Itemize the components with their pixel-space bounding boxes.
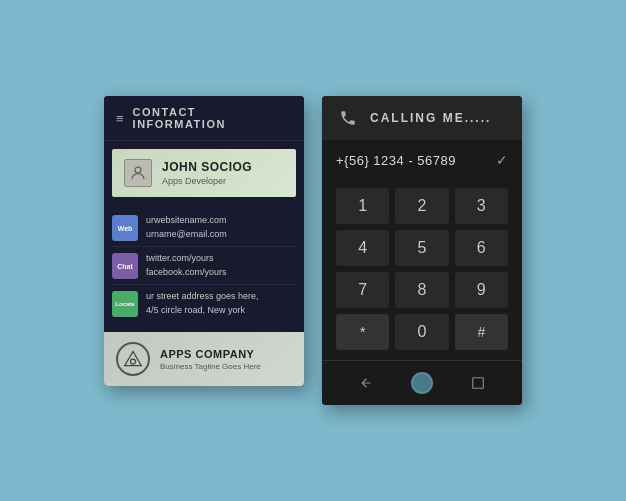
contact-header: ≡ CONTACT INFORMATION: [104, 96, 304, 141]
back-button[interactable]: [352, 369, 380, 397]
address-line2: 4/5 circle road, New york: [146, 304, 259, 318]
overview-button[interactable]: [464, 369, 492, 397]
phone-number-row: +{56} 1234 - 56789 ✓: [322, 140, 522, 180]
profile-section: JOHN SOCIOG Apps Developer: [112, 149, 296, 197]
check-icon: ✓: [496, 152, 508, 168]
company-footer: APPS COMPANY Business Tagline Goes Here: [104, 332, 304, 386]
location-row: Locate ur street address goes here, 4/5 …: [112, 285, 296, 322]
dialer-header: CALLING ME.....: [322, 96, 522, 140]
dial-key-hash[interactable]: #: [455, 314, 508, 350]
dialer-phone: CALLING ME..... +{56} 1234 - 56789 ✓ 1 2…: [322, 96, 522, 405]
dial-key-5[interactable]: 5: [395, 230, 448, 266]
svg-rect-3: [473, 378, 484, 389]
chat-badge: Chat: [112, 253, 138, 279]
profile-role: Apps Developer: [162, 176, 252, 186]
profile-info: JOHN SOCIOG Apps Developer: [162, 160, 252, 186]
company-info: APPS COMPANY Business Tagline Goes Here: [160, 348, 261, 371]
chat-info: twitter.com/yours facebook.com/yours: [146, 252, 227, 279]
address-info: ur street address goes here, 4/5 circle …: [146, 290, 259, 317]
address-line1: ur street address goes here,: [146, 290, 259, 304]
company-name: APPS COMPANY: [160, 348, 261, 360]
bottom-navigation: [322, 360, 522, 405]
company-logo-icon: [116, 342, 150, 376]
dial-key-6[interactable]: 6: [455, 230, 508, 266]
contact-title: CONTACT INFORMATION: [133, 106, 292, 130]
avatar-icon: [124, 159, 152, 187]
dial-key-8[interactable]: 8: [395, 272, 448, 308]
dial-key-4[interactable]: 4: [336, 230, 389, 266]
facebook-link: facebook.com/yours: [146, 266, 227, 280]
profile-name: JOHN SOCIOG: [162, 160, 252, 174]
chat-row: Chat twitter.com/yours facebook.com/your…: [112, 247, 296, 285]
web-row: Web urwebsitename.com urname@email.com: [112, 209, 296, 247]
phone-number: +{56} 1234 - 56789: [336, 153, 456, 168]
info-list: Web urwebsitename.com urname@email.com C…: [104, 205, 304, 332]
dialpad-grid: 1 2 3 4 5 6 7 8 9 * 0 #: [336, 188, 508, 350]
locate-badge: Locate: [112, 291, 138, 317]
chat-badge-label: Chat: [117, 263, 133, 270]
home-button[interactable]: [411, 372, 433, 394]
company-tagline: Business Tagline Goes Here: [160, 362, 261, 371]
web-info: urwebsitename.com urname@email.com: [146, 214, 227, 241]
svg-point-0: [135, 167, 141, 173]
contact-phone: ≡ CONTACT INFORMATION JOHN SOCIOG Apps D…: [104, 96, 304, 386]
main-container: ≡ CONTACT INFORMATION JOHN SOCIOG Apps D…: [104, 96, 522, 405]
dial-key-9[interactable]: 9: [455, 272, 508, 308]
phone-icon: [336, 106, 360, 130]
dial-key-2[interactable]: 2: [395, 188, 448, 224]
dial-key-0[interactable]: 0: [395, 314, 448, 350]
dialpad: 1 2 3 4 5 6 7 8 9 * 0 #: [322, 180, 522, 360]
website-url: urwebsitename.com: [146, 214, 227, 228]
dial-key-3[interactable]: 3: [455, 188, 508, 224]
web-badge: Web: [112, 215, 138, 241]
dial-key-7[interactable]: 7: [336, 272, 389, 308]
locate-badge-label: Locate: [115, 301, 134, 307]
svg-point-2: [131, 359, 136, 364]
twitter-link: twitter.com/yours: [146, 252, 227, 266]
calling-label: CALLING ME.....: [370, 111, 491, 125]
menu-icon: ≡: [116, 111, 125, 126]
email-address: urname@email.com: [146, 228, 227, 242]
dial-key-1[interactable]: 1: [336, 188, 389, 224]
dial-key-star[interactable]: *: [336, 314, 389, 350]
web-badge-label: Web: [118, 225, 133, 232]
